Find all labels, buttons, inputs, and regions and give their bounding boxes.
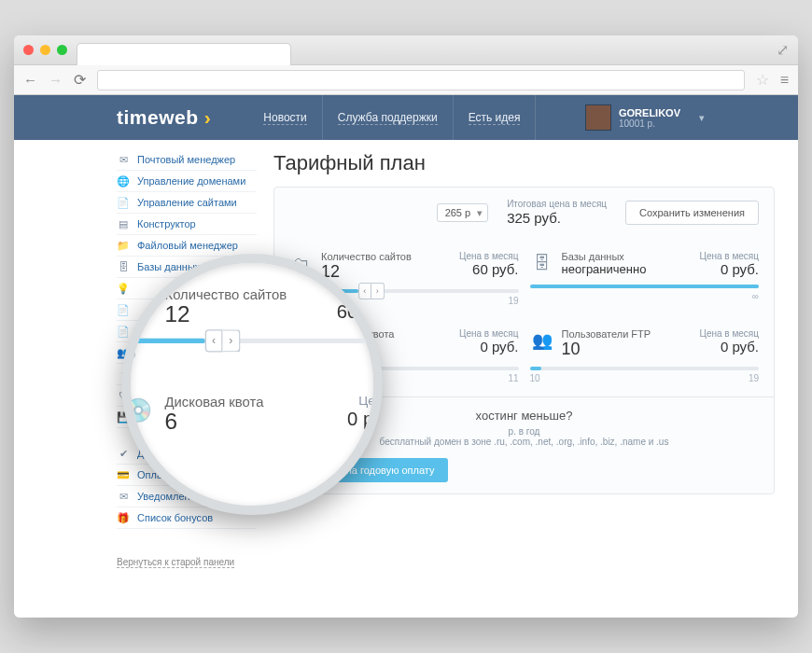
globe-icon: 🌐: [117, 175, 130, 187]
sidebar-item[interactable]: 📄Управление сайтами: [117, 192, 257, 214]
card-ftp: 👥 Пользователи FTP 10 Цена в месяц 0 руб…: [530, 323, 760, 389]
magnifier-overlay: 🗂 Количество сайтов 12 Цена 60 руб. ‹› 1…: [121, 254, 383, 515]
reload-icon[interactable]: ⟳: [74, 71, 86, 89]
price-select[interactable]: 265 р: [437, 203, 489, 222]
total-value: 325 руб.: [507, 210, 607, 227]
nav-news[interactable]: Новости: [248, 95, 322, 141]
avatar: [585, 104, 611, 131]
bulb-icon: 💡: [117, 283, 130, 294]
database-icon: 🗄: [530, 251, 554, 275]
bookmark-icon[interactable]: ☆: [756, 71, 769, 89]
user-name: GORELIKOV: [619, 107, 680, 118]
user-menu[interactable]: GORELIKOV 10001 р. ▾: [585, 104, 705, 131]
browser-window: ⤢ ← → ⟳ ☆ ≡ timeweb › Новости Служба под…: [14, 35, 798, 618]
page-title: Тарифный план: [273, 151, 775, 175]
total-label: Итоговая цена в месяц: [507, 199, 607, 210]
disk-icon: 💿: [122, 394, 155, 426]
browser-toolbar: ← → ⟳ ☆ ≡: [14, 65, 798, 95]
slider-ftp[interactable]: [530, 367, 760, 370]
nav-support[interactable]: Служба поддержки: [323, 95, 454, 141]
database-icon: 🗄: [117, 261, 130, 272]
sidebar-item[interactable]: 🌐Управление доменами: [117, 171, 257, 192]
sidebar-item[interactable]: ✉Почтовый менеджер: [117, 149, 257, 171]
user-balance: 10001 р.: [619, 118, 680, 129]
builder-icon: ▤: [117, 218, 130, 229]
sidebar-item[interactable]: 📁Файловый менеджер: [117, 235, 257, 257]
gift-icon: 🎁: [117, 512, 130, 523]
browser-tab[interactable]: [77, 43, 291, 65]
check-icon: ✔: [117, 448, 130, 459]
mail-icon: ✉: [117, 154, 130, 165]
back-icon[interactable]: ←: [23, 72, 37, 88]
hamburger-icon[interactable]: ≡: [780, 72, 789, 89]
window-close-icon[interactable]: [23, 45, 34, 55]
doc-icon: 📄: [117, 326, 130, 337]
slider-db[interactable]: [530, 285, 760, 288]
save-button[interactable]: Сохранить изменения: [625, 201, 759, 225]
address-bar[interactable]: [97, 70, 745, 90]
site-icon: 📄: [117, 197, 130, 208]
bell-icon: ✉: [117, 491, 130, 502]
forward-icon: →: [49, 72, 63, 88]
expand-icon[interactable]: ⤢: [777, 41, 789, 59]
window-max-icon[interactable]: [57, 45, 67, 55]
users-icon: 👥: [530, 328, 554, 353]
card-db: 🗄 Базы данных неограниченно Цена в месяц…: [530, 245, 760, 312]
window-min-icon[interactable]: [40, 45, 50, 55]
doc-icon: 📄: [117, 304, 130, 315]
card-icon: 💳: [117, 469, 130, 480]
old-panel-link[interactable]: Вернуться к старой панели: [117, 557, 234, 568]
sidebar-item[interactable]: ▤Конструктор: [117, 214, 257, 235]
page: timeweb › Новости Служба поддержки Есть …: [14, 95, 798, 618]
folder-icon: 📁: [117, 240, 130, 251]
nav-idea[interactable]: Есть идея: [454, 95, 537, 141]
chevron-down-icon: ▾: [699, 112, 705, 124]
logo[interactable]: timeweb ›: [117, 106, 211, 129]
browser-titlebar: ⤢: [14, 35, 798, 65]
site-header: timeweb › Новости Служба поддержки Есть …: [14, 95, 798, 140]
